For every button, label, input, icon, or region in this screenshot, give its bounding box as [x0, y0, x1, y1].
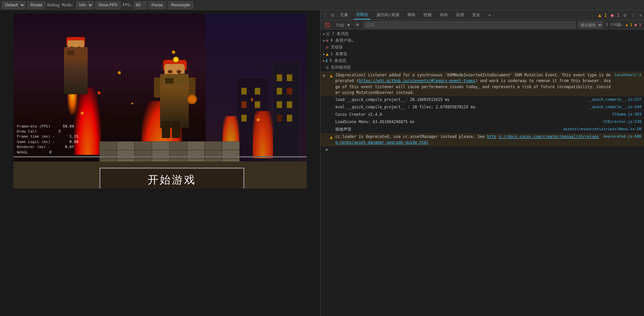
expand-arrow-6info[interactable]: ▶ — [323, 59, 325, 63]
window-light — [255, 101, 260, 108]
progress-bar — [13, 156, 307, 157]
load-source[interactable]: __quick_compile__.js:227 — [588, 97, 641, 103]
tab-more[interactable]: » — [486, 11, 493, 19]
console-expand-arrow[interactable]: ▶ — [320, 146, 644, 152]
window-light — [287, 101, 292, 108]
cocos-source[interactable]: CCGame.js:393 — [612, 112, 641, 117]
mode-select[interactable]: Default — [2, 1, 25, 9]
tab-console[interactable]: 控制台 — [354, 10, 370, 20]
eye-icon[interactable]: 👁 — [354, 22, 361, 28]
spark-6 — [257, 118, 259, 121]
inspect-icon[interactable]: ⊡ — [331, 12, 334, 18]
deprecation-link[interactable]: https://w3c.github.io/uievents/#legacy-e… — [359, 78, 475, 83]
expand-arrow-1warn[interactable]: ▶ — [323, 52, 325, 56]
full-link[interactable]: s://docs.cocos.com/creator/manual/zh/rel… — [335, 134, 599, 145]
webgl-label: WebGL — [17, 150, 28, 155]
clear-icon[interactable]: 🚫 — [323, 22, 332, 28]
console-filter-input[interactable] — [364, 22, 575, 28]
tab-network[interactable]: 网络 — [405, 11, 418, 19]
group-6-info[interactable]: ▶ ℹ 6 条信息 — [320, 57, 644, 64]
stone-block — [170, 150, 187, 159]
char-right-sprite — [155, 64, 195, 131]
perf-row-frametime: Frame time (ms) - 1.15 — [17, 134, 79, 139]
group-7-messages[interactable]: ▶ ☰ 7 条消息 — [320, 30, 644, 37]
progress-fill — [13, 156, 307, 157]
rotate-button[interactable]: Rotate — [27, 1, 45, 9]
filter-icon[interactable]: top ▼ — [334, 22, 351, 28]
close-icon[interactable]: ✕ — [639, 12, 642, 18]
no-detail-label: 无详细消息 — [331, 65, 641, 70]
deprecation-source[interactable]: localhost/:1 — [615, 72, 641, 78]
warn-icon-2: ▲ — [329, 134, 334, 141]
debug-mode-select[interactable]: Info — [76, 1, 93, 9]
char-left-sprite — [61, 40, 94, 101]
tab-performance[interactable]: 性能 — [422, 11, 434, 19]
tab-sources[interactable]: 源代码/来源 — [374, 11, 401, 19]
group-6-user[interactable]: ▶ ⊗ 6 条用户海… — [320, 37, 644, 44]
webgl-val: 0 — [38, 150, 52, 155]
loadscene-text: LoadScene Menu: 63.451904296875 ms — [335, 119, 601, 125]
start-game-button[interactable]: 开始游戏 — [99, 168, 244, 188]
start-button-container: 开始游戏 — [99, 168, 248, 188]
drawcall-label: Draw Call — [17, 129, 37, 134]
warn-badge: ▲ 1 — [599, 12, 607, 18]
warn-row-arrow[interactable]: ▶ — [323, 72, 327, 78]
loadscene-source[interactable]: CCDirector.js:539 — [603, 119, 641, 125]
arm-left — [154, 77, 160, 98]
show-fps-button[interactable]: Show FPS — [95, 1, 121, 9]
window-light — [255, 88, 260, 95]
expand-arrow-6user[interactable]: ▶ — [323, 39, 325, 42]
perf-row-fps: Framerate (FPS) 59.94 — [17, 124, 79, 129]
settings-icon[interactable]: ⚙ — [623, 12, 626, 18]
game-panel: 开始游戏 Framerate (FPS) 59.94 Draw Call 3 F… — [0, 10, 320, 316]
info-label: 6 条信息 — [330, 58, 641, 63]
sound-source[interactable]: assets\resources\scripts\Menu.ts:28 — [563, 127, 641, 132]
eval-compile-text: eval __quick_compile_project__ : 10 file… — [335, 104, 585, 110]
spark-7 — [251, 98, 253, 101]
eval-source[interactable]: __quick_compile__.js:244 — [588, 104, 641, 110]
leg-left — [162, 121, 170, 138]
tab-security[interactable]: 安全 — [470, 11, 482, 19]
pause-button[interactable]: Pause — [148, 1, 166, 9]
stone-block — [222, 141, 240, 150]
expand-arrow-7msg[interactable]: ▶ — [323, 32, 325, 36]
window-light — [277, 88, 282, 95]
stone-block — [99, 150, 117, 159]
gamelogic-val: 0.98 — [65, 139, 79, 144]
game-canvas[interactable]: 开始游戏 Framerate (FPS) 59.94 Draw Call 3 F… — [13, 13, 307, 188]
console-group-messages: ▶ ☰ 7 条消息 ▶ ⊗ 6 条用户海… ▶ ⊘ 无错误 — [320, 30, 644, 72]
more-icon[interactable]: ⋮ — [631, 12, 635, 18]
held-item — [187, 94, 197, 104]
debug-mode-label: Debug Mode: — [47, 3, 74, 7]
stone-block — [187, 141, 205, 150]
fps-input[interactable] — [134, 1, 146, 9]
devtools-topbar: ⋮ ⊡ 元素 控制台 源代码/来源 网络 性能 内存 应用 安全 » ▲ 1 ●… — [320, 10, 644, 20]
fire-effect-small-1 — [253, 111, 273, 158]
ccloader-source[interactable]: deprecated.js:680 — [603, 134, 641, 140]
tab-elements[interactable]: 元素 — [338, 11, 350, 19]
jetpack-fire — [67, 94, 78, 114]
leg-right — [172, 121, 180, 138]
stone-block — [187, 150, 205, 159]
toolbar: Default Rotate Debug Mode: Info Show FPS… — [0, 0, 644, 10]
recompile-button[interactable]: Recompile — [168, 1, 193, 9]
char-left-body — [64, 47, 88, 94]
stone-block — [117, 141, 134, 150]
fps-stat-label: Framerate (FPS) — [17, 124, 50, 129]
window-light — [277, 115, 282, 121]
main-area: 开始游戏 Framerate (FPS) 59.94 Draw Call 3 F… — [0, 10, 644, 316]
group-user-label: 6 条用户海… — [331, 38, 641, 43]
group-no-detail[interactable]: ▶ ⚙ 无详细消息 — [320, 64, 644, 71]
group-1-warn[interactable]: ▶ ▲ 1 条警告 — [320, 50, 644, 57]
group-no-errors[interactable]: ▶ ⊘ 无错误 — [320, 44, 644, 50]
tab-memory[interactable]: 内存 — [438, 11, 450, 19]
tab-application[interactable]: 应用 — [454, 11, 466, 19]
window-light — [287, 74, 292, 81]
console-output[interactable]: ▶ ☰ 7 条消息 ▶ ⊗ 6 条用户海… ▶ ⊘ 无错误 — [320, 30, 644, 316]
dock-icon[interactable]: ⋮ — [323, 12, 327, 18]
ccloader-link[interactable]: http — [487, 134, 496, 139]
perf-row-drawcall: Draw Call 3 — [17, 129, 79, 134]
log-level-select[interactable]: 默认级别 — [578, 22, 603, 28]
stone-block — [152, 150, 170, 159]
stone-block — [205, 150, 222, 159]
